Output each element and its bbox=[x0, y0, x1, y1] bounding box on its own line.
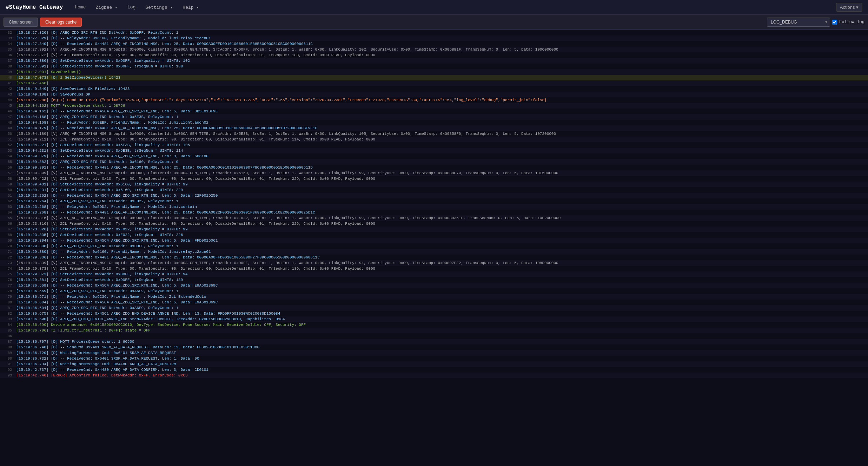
log-text: [15:19:09.431] [D] SetDeviceState nwkAdd… bbox=[15, 182, 187, 186]
log-text: [15:19:23.264] [D] AREQ_ZDO_SRC_RTG_IND … bbox=[15, 199, 178, 203]
log-text: [15:19:23.316] [V] AREQ_AF_INCOMING_MSG … bbox=[15, 216, 561, 220]
line-number: 90 bbox=[0, 357, 15, 361]
log-row: 87[15:19:36.707] [D] MQTT ProcessQueue s… bbox=[0, 339, 868, 344]
line-number: 78 bbox=[0, 289, 15, 293]
log-text: [15:19:23.326] [D] SetDeviceState nwkAdd… bbox=[15, 227, 187, 231]
log-level-select[interactable]: LOG_DEBUG LOG_INFO LOG_WARN LOG_ERROR bbox=[767, 18, 830, 27]
log-row: 35[15:18:27.392] [V] AREQ_AF_INCOMING_MS… bbox=[0, 47, 868, 52]
line-number: 68 bbox=[0, 233, 15, 237]
toolbar: Clear screen Clear logs cache LOG_DEBUG … bbox=[0, 15, 868, 30]
log-text: [15:18:49.849] [D] SaveDevices OK FileSi… bbox=[15, 87, 130, 91]
line-number: 40 bbox=[0, 76, 15, 80]
log-row: 49[15:19:04.179] [D] -- ReceiveCmd: 0x44… bbox=[0, 125, 868, 131]
log-row: 71[15:19:29.380] [D] -- RelayAddr: 0x616… bbox=[0, 249, 868, 255]
log-text: [15:18:27.392] [V] AREQ_AF_INCOMING_MSG … bbox=[15, 47, 558, 52]
log-text: [15:19:04.168] [D] AREQ_ZDO_SRC_RTG_IND … bbox=[15, 115, 178, 119]
log-row: 92[15:19:42.737] [D] -- ReceiveCmd: 0x44… bbox=[0, 367, 868, 373]
log-text: [15:19:23.268] [D] -- RelayAddr: 0x5DD2,… bbox=[15, 205, 197, 209]
log-row: 60[15:19:09.431] [D] SetDeviceState nwkA… bbox=[0, 187, 868, 193]
log-text: [15:18:27.391] [D] SetDeviceState nwkAdd… bbox=[15, 64, 183, 68]
log-row: 61[15:19:23.262] [D] -- ReceiveCmd: 0x45… bbox=[0, 193, 868, 198]
line-number: 87 bbox=[0, 340, 15, 344]
line-number: 48 bbox=[0, 121, 15, 125]
line-number: 55 bbox=[0, 160, 15, 164]
log-row: 79[15:19:36.571] [D] -- RelayAddr: 0x9C3… bbox=[0, 294, 868, 300]
log-container[interactable]: 32[15:18:27.326] [D] AREQ_ZDO_SRC_RTG_IN… bbox=[0, 30, 868, 466]
line-number: 76 bbox=[0, 278, 15, 282]
log-row: 56[15:19:09.391] [D] -- ReceiveCmd: 0x44… bbox=[0, 165, 868, 170]
log-text: [15:19:36.604] [D] AREQ_ZDO_SRC_RTG_IND … bbox=[15, 306, 178, 310]
line-number: 43 bbox=[0, 93, 15, 97]
log-text: [15:19:36.720] [D] WaitingForMessage Cmd… bbox=[15, 351, 176, 355]
line-number: 45 bbox=[0, 104, 15, 108]
line-number: 32 bbox=[0, 31, 15, 35]
log-row: 78[15:19:36.569] [D] AREQ_ZDO_SRC_RTG_IN… bbox=[0, 288, 868, 294]
log-text: [15:19:29.304] [D] -- ReceiveCmd: 0x45C4… bbox=[15, 238, 218, 243]
log-row: 64[15:19:23.268] [D] -- ReceiveCmd: 0x44… bbox=[0, 210, 868, 215]
follow-log-checkbox[interactable] bbox=[832, 20, 837, 25]
log-row: 62[15:19:23.264] [D] AREQ_ZDO_SRC_RTG_IN… bbox=[0, 198, 868, 204]
line-number: 74 bbox=[0, 267, 15, 271]
log-row: 43[15:18:49.108] [D] SaveGroups OK bbox=[0, 92, 868, 97]
nav-log[interactable]: Log bbox=[124, 3, 139, 12]
line-number: 56 bbox=[0, 166, 15, 170]
line-number: 70 bbox=[0, 244, 15, 248]
log-row: 77[15:19:36.569] [D] -- ReceiveCmd: 0x45… bbox=[0, 283, 868, 288]
log-row: 33[15:18:27.329] [D] -- RelayAddr: 0x616… bbox=[0, 35, 868, 41]
log-text: [15:19:36.675] [D] -- ReceiveCmd: 0x45C1… bbox=[15, 311, 280, 316]
log-text: [15:19:42.740] [ERROR] AfConfirm failed.… bbox=[15, 373, 187, 378]
nav-zigbee[interactable]: Zigbee ▾ bbox=[92, 3, 121, 12]
log-row: 83[15:19:36.690] [D] AREQ_ZDO_END_DEVICE… bbox=[0, 316, 868, 322]
log-row: 84[15:19:36.690] Device announce: 0x0015… bbox=[0, 322, 868, 328]
log-row: 68[15:19:23.335] [D] SetDeviceState nwkA… bbox=[0, 232, 868, 238]
line-number: 85 bbox=[0, 329, 15, 333]
log-text: [15:19:09.422] [V] ZCL FrameControl: 0x1… bbox=[15, 177, 375, 181]
log-text: [15:18:27.326] [D] AREQ_ZDO_SRC_RTG_IND … bbox=[15, 31, 178, 35]
log-row: 42[15:18:49.849] [D] SaveDevices OK File… bbox=[0, 86, 868, 92]
log-text: [15:18:47.468] bbox=[15, 81, 48, 85]
line-number: 77 bbox=[0, 284, 15, 288]
brand-link[interactable]: #StayHome Gateway bbox=[6, 4, 63, 11]
log-text: [15:19:04.221] [D] SetDeviceState nwkAdd… bbox=[15, 143, 190, 147]
line-number: 91 bbox=[0, 362, 15, 366]
log-text: [15:19:29.308] [D] AREQ_ZDO_SRC_RTG_IND … bbox=[15, 244, 178, 248]
line-number: 63 bbox=[0, 205, 15, 209]
log-text: [15:19:36.569] [D] AREQ_ZDO_SRC_RTG_IND … bbox=[15, 289, 178, 293]
log-row: 53[15:19:04.231] [D] SetDeviceState nwkA… bbox=[0, 148, 868, 153]
line-number: 80 bbox=[0, 301, 15, 304]
log-text: [15:19:04.162] [D] -- ReceiveCmd: 0x45C4… bbox=[15, 109, 218, 113]
clear-logs-button[interactable]: Clear logs cache bbox=[40, 18, 82, 27]
line-number: 89 bbox=[0, 351, 15, 355]
nav-help[interactable]: Help ▾ bbox=[179, 3, 203, 12]
log-text: [15:18:47.073] [D] 2 GetZigbeeDevices() … bbox=[15, 76, 120, 80]
line-number: 44 bbox=[0, 98, 15, 102]
log-text: [15:18:47.001] SaveDevices() bbox=[15, 70, 81, 74]
log-text: [15:18:27.340] [D] -- ReceiveCmd: 0x4481… bbox=[15, 42, 313, 46]
log-row: 74[15:19:29.373] [V] ZCL FrameControl: 0… bbox=[0, 266, 868, 271]
line-number: 53 bbox=[0, 149, 15, 153]
log-text: [15:19:29.336] [D] -- ReceiveCmd: 0x4481… bbox=[15, 255, 320, 260]
line-number: 50 bbox=[0, 132, 15, 136]
actions-button[interactable]: Actions ▾ bbox=[836, 3, 862, 12]
log-row: 85[15:19:36.706] TZ [lumi.ctrl_neutral1 … bbox=[0, 328, 868, 333]
log-row: 86 bbox=[0, 333, 868, 339]
line-number: 39 bbox=[0, 70, 15, 74]
log-text: [15:18:57.288] [MQTT] Send HB (192) {"Up… bbox=[15, 98, 547, 102]
log-text: [15:19:09.379] [D] -- ReceiveCmd: 0x45C4… bbox=[15, 154, 208, 158]
log-text: [15:19:09.431] [D] SetDeviceState nwkAdd… bbox=[15, 188, 183, 192]
nav-home[interactable]: Home bbox=[71, 3, 89, 12]
log-row: 90[15:19:36.732] [D] -- ReceiveCmd: 0x64… bbox=[0, 356, 868, 361]
line-number: 60 bbox=[0, 188, 15, 192]
nav-settings[interactable]: Settings ▾ bbox=[142, 3, 176, 12]
log-row: 80[15:19:36.604] [D] -- ReceiveCmd: 0x45… bbox=[0, 300, 868, 305]
log-text: [15:19:04.162] MQTT ProcessQueue start: … bbox=[15, 104, 125, 108]
clear-screen-button[interactable]: Clear screen bbox=[4, 18, 38, 27]
log-row: 88[15:19:36.740] [D] -- SendCmd 0x2401 S… bbox=[0, 344, 868, 350]
follow-log-label[interactable]: Follow log bbox=[832, 20, 864, 25]
log-text: [15:19:36.734] [D] WaitingForMessage Cmd… bbox=[15, 362, 176, 366]
line-number: 83 bbox=[0, 317, 15, 321]
log-text: [15:19:09.391] [D] -- ReceiveCmd: 0x4481… bbox=[15, 165, 313, 170]
log-text: [15:19:04.211] [V] ZCL FrameControl: 0x1… bbox=[15, 137, 375, 142]
log-text: [15:19:23.262] [D] -- ReceiveCmd: 0x45C4… bbox=[15, 193, 218, 198]
log-row: 91[15:19:36.734] [D] WaitingForMessage C… bbox=[0, 361, 868, 367]
